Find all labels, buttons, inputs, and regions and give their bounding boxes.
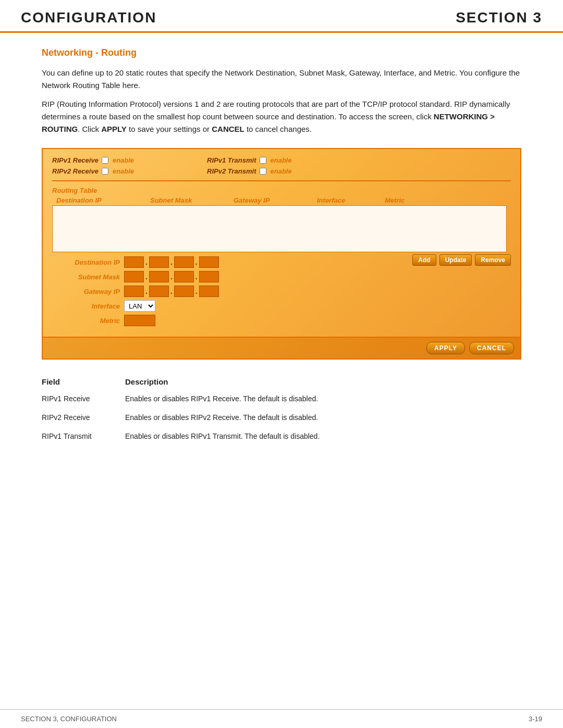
panel-footer: APPLY CANCEL <box>43 337 520 359</box>
gateway-3[interactable] <box>174 286 194 297</box>
routing-table-wrapper <box>52 205 511 252</box>
ripv2-receive-checkbox[interactable] <box>102 168 108 175</box>
col-metric: Metric <box>385 196 437 204</box>
routing-table-label: Routing Table <box>52 187 511 194</box>
desc-cell-1: Enables or disables RIPv2 Receive. The d… <box>125 408 521 427</box>
footer-left: SECTION 3, CONFIGURATION <box>21 715 117 723</box>
rip-row-2: RIPv2 Receive enable RIPv2 Transmit enab… <box>52 167 511 175</box>
metric-label: Metric <box>52 317 120 325</box>
ripv2-receive-field: RIPv2 Receive enable <box>52 167 134 175</box>
description-block: You can define up to 20 static routes th… <box>42 67 521 135</box>
ip-and-buttons: Destination IP . . . <box>52 252 511 329</box>
ripv1-receive-field: RIPv1 Receive enable <box>52 156 134 164</box>
field-desc-table: Field Description RIPv1 ReceiveEnables o… <box>42 374 521 446</box>
add-update-remove-buttons: Add Update Remove <box>412 254 511 266</box>
gateway-1[interactable] <box>124 286 144 297</box>
ripv1-transmit-field: RIPv1 Transmit enable <box>207 156 292 164</box>
field-cell-1: RIPv2 Receive <box>42 408 125 427</box>
subnet-mask-inputs: . . . <box>124 271 219 282</box>
routing-table-header: Destination IP Subnet Mask Gateway IP In… <box>52 196 511 204</box>
table-header-field: Field <box>42 374 125 389</box>
section-title: Networking - Routing <box>42 47 521 58</box>
col-interface: Interface <box>317 196 385 204</box>
page-footer: SECTION 3, CONFIGURATION 3-19 <box>0 709 563 728</box>
ripv1-transmit-checkbox[interactable] <box>260 157 266 164</box>
ui-panel: RIPv1 Receive enable RIPv1 Transmit enab… <box>42 148 521 360</box>
rip-rows: RIPv1 Receive enable RIPv1 Transmit enab… <box>52 156 511 175</box>
destination-ip-row: Destination IP . . . <box>52 256 397 268</box>
footer-right: 3-19 <box>529 715 542 723</box>
ip-fields-col: Destination IP . . . <box>52 252 397 329</box>
dest-ip-4[interactable] <box>199 256 219 268</box>
ripv1-receive-label: RIPv1 Receive <box>52 156 99 164</box>
desc-para-2: RIP (Routing Information Protocol) versi… <box>42 98 521 135</box>
table-row-2: RIPv1 TransmitEnables or disables RIPv1 … <box>42 427 521 446</box>
subnet-2[interactable] <box>149 271 169 282</box>
subnet-4[interactable] <box>199 271 219 282</box>
orange-divider-top <box>52 180 511 181</box>
subnet-3[interactable] <box>174 271 194 282</box>
subnet-mask-row: Subnet Mask . . . <box>52 271 397 282</box>
metric-row: Metric <box>52 315 397 326</box>
table-row-0: RIPv1 ReceiveEnables or disables RIPv1 R… <box>42 389 521 408</box>
ripv2-transmit-field: RIPv2 Transmit enable <box>207 167 292 175</box>
ripv1-transmit-label: RIPv1 Transmit <box>207 156 256 164</box>
bold-cancel: CANCEL <box>212 125 244 133</box>
ripv2-receive-label: RIPv2 Receive <box>52 167 99 175</box>
cancel-button[interactable]: CANCEL <box>469 342 514 354</box>
desc-cell-2: Enables or disables RIPv1 Transmit. The … <box>125 427 521 446</box>
page-header: CONFIGURATION SECTION 3 <box>0 0 563 33</box>
rip-row-1: RIPv1 Receive enable RIPv1 Transmit enab… <box>52 156 511 164</box>
interface-select[interactable]: LAN WAN <box>124 300 155 312</box>
panel-inner: RIPv1 Receive enable RIPv1 Transmit enab… <box>43 149 520 337</box>
bold-apply: APPLY <box>101 125 127 133</box>
dest-ip-3[interactable] <box>174 256 194 268</box>
ripv1-transmit-enable: enable <box>271 156 292 164</box>
main-content: Networking - Routing You can define up t… <box>0 33 563 446</box>
gateway-4[interactable] <box>199 286 219 297</box>
desc-para-1: You can define up to 20 static routes th… <box>42 67 521 92</box>
subnet-mask-label: Subnet Mask <box>52 273 120 281</box>
gateway-ip-inputs: . . . <box>124 286 219 297</box>
destination-ip-label: Destination IP <box>52 258 120 266</box>
destination-ip-inputs: . . . <box>124 256 219 268</box>
interface-row: Interface LAN WAN <box>52 300 397 312</box>
field-cell-2: RIPv1 Transmit <box>42 427 125 446</box>
ripv2-receive-enable: enable <box>113 167 134 175</box>
gateway-2[interactable] <box>149 286 169 297</box>
ripv2-transmit-enable: enable <box>271 167 292 175</box>
desc-cell-0: Enables or disables RIPv1 Receive. The d… <box>125 389 521 408</box>
ripv1-receive-enable: enable <box>113 156 134 164</box>
col-subnet-mask: Subnet Mask <box>150 196 234 204</box>
remove-button[interactable]: Remove <box>475 254 511 266</box>
add-button[interactable]: Add <box>412 254 436 266</box>
gateway-ip-label: Gateway IP <box>52 288 120 295</box>
ripv2-transmit-label: RIPv2 Transmit <box>207 167 256 175</box>
ripv2-transmit-checkbox[interactable] <box>260 168 266 175</box>
col-gateway-ip: Gateway IP <box>234 196 317 204</box>
gateway-ip-row: Gateway IP . . . <box>52 286 397 297</box>
table-row-1: RIPv2 ReceiveEnables or disables RIPv2 R… <box>42 408 521 427</box>
metric-input[interactable] <box>124 315 155 326</box>
routing-table-body[interactable] <box>52 205 507 252</box>
table-header-description: Description <box>125 374 521 389</box>
header-config-label: CONFIGURATION <box>21 9 156 26</box>
dest-ip-2[interactable] <box>149 256 169 268</box>
ripv1-receive-checkbox[interactable] <box>102 157 108 164</box>
header-section-label: SECTION 3 <box>456 9 542 26</box>
field-cell-0: RIPv1 Receive <box>42 389 125 408</box>
interface-label: Interface <box>52 302 120 310</box>
subnet-1[interactable] <box>124 271 144 282</box>
dest-ip-1[interactable] <box>124 256 144 268</box>
apply-button[interactable]: APPLY <box>426 342 465 354</box>
update-button[interactable]: Update <box>439 254 472 266</box>
col-dest-ip: Destination IP <box>56 196 150 204</box>
